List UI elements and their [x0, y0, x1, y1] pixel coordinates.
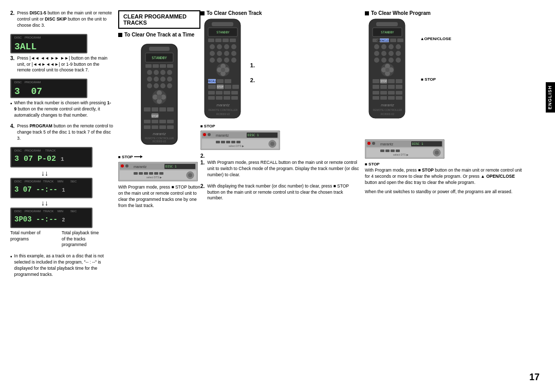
svg-rect-165 — [380, 96, 387, 100]
svg-rect-57 — [144, 172, 148, 175]
display-program-label-5: PROGRAM — [25, 210, 41, 213]
bullet-dot-2: • — [10, 254, 12, 281]
svg-point-135 — [388, 44, 394, 49]
svg-text:RC8003-V2: RC8003-V2 — [153, 140, 166, 143]
svg-rect-157 — [380, 85, 387, 89]
svg-point-51 — [125, 164, 128, 167]
bullet-1-text: When the track number is chosen with pre… — [14, 100, 113, 119]
svg-rect-35 — [167, 120, 174, 123]
svg-rect-162 — [388, 91, 395, 95]
svg-rect-69 — [230, 39, 236, 42]
svg-rect-120 — [226, 141, 230, 143]
svg-text:RC8003-V2: RC8003-V2 — [216, 113, 230, 116]
svg-point-144 — [396, 58, 401, 63]
svg-point-176 — [367, 142, 371, 145]
svg-rect-102 — [216, 96, 223, 100]
svg-text:DISC 1: DISC 1 — [248, 133, 259, 137]
step-indicator-2: 2. — [250, 77, 255, 83]
display-value-5: 3P03 --:-- 2 — [14, 215, 88, 223]
display-min-label-4: MIN — [58, 180, 63, 183]
cd-unit-svg-3: marantz DISC 1 select DTS ▶ — [365, 139, 445, 159]
page-number: 17 — [529, 372, 540, 383]
display-disc-label-3: DISC — [14, 149, 22, 152]
one-track-label: To Clear One Track at a Time — [124, 32, 194, 38]
display-3-07: DISC PROGRAM 3 07 — [10, 79, 113, 98]
display-p02: DISC PROGRAM TRACK 3 07 P-02 1 — [10, 147, 113, 167]
display-3all: DISC PROGRAM 3ALL — [10, 34, 113, 53]
svg-rect-167 — [396, 96, 402, 100]
svg-rect-28 — [159, 107, 166, 111]
svg-text:marantz: marantz — [216, 103, 230, 107]
middle-column: CLEAR PROGRAMMED TRACKS To Clear One Tra… — [118, 10, 200, 212]
svg-text:marantz: marantz — [216, 134, 229, 137]
svg-text:DISC 1: DISC 1 — [412, 142, 423, 145]
svg-rect-100 — [231, 91, 238, 95]
svg-point-74 — [210, 51, 215, 56]
chosen-track-remote: STANDBY — [200, 18, 246, 122]
svg-point-114 — [208, 133, 211, 136]
svg-point-143 — [388, 58, 394, 63]
svg-text:OPEN/CLOSE: OPEN/CLOSE — [377, 40, 392, 42]
svg-rect-58 — [149, 172, 153, 175]
svg-rect-154 — [388, 79, 395, 83]
stop-text-1: ■ STOP — [118, 155, 133, 159]
svg-rect-91 — [225, 79, 231, 83]
chosen-step-2-text: With displaying the track number (or dis… — [207, 183, 360, 202]
svg-rect-99 — [224, 91, 230, 95]
svg-point-17 — [154, 83, 159, 88]
svg-point-11 — [167, 70, 172, 75]
svg-rect-68 — [223, 39, 229, 42]
svg-text:marantz: marantz — [381, 103, 394, 107]
display-program-label-3: PROGRAM — [25, 149, 41, 152]
step-2-chosen: 2. — [200, 153, 360, 159]
step-4-text: Press PROGRAM button on the remote contr… — [17, 123, 113, 142]
svg-text:select DTS ▶: select DTS ▶ — [146, 176, 162, 179]
svg-rect-156 — [373, 85, 379, 89]
svg-point-13 — [154, 77, 159, 82]
svg-point-16 — [147, 83, 152, 88]
svg-rect-97 — [208, 91, 215, 95]
remote-svg-2: STANDBY — [200, 18, 246, 121]
arrow-indicator-1 — [133, 154, 143, 160]
display-value-2: 3 07 — [14, 86, 83, 97]
svg-rect-125 — [376, 22, 398, 26]
left-column: 2. Press DISC1-5 button on the main unit… — [10, 10, 113, 283]
svg-point-12 — [147, 77, 152, 82]
svg-rect-104 — [231, 96, 238, 100]
svg-point-117 — [270, 142, 274, 146]
display-value-3: 3 07 P-02 1 — [14, 155, 88, 163]
svg-text:marantz: marantz — [153, 132, 166, 136]
chosen-instruction-2: 2. With displaying the track number (or … — [200, 183, 360, 205]
svg-rect-151 — [373, 79, 379, 83]
stop-text-chosen-label: STOP — [204, 124, 215, 128]
svg-rect-36 — [144, 125, 151, 129]
svg-point-19 — [167, 83, 172, 88]
display-dashes: DISC PROGRAM TRACK MIN SEC 3 07 --:-- 1 — [10, 178, 113, 198]
svg-rect-32 — [144, 120, 151, 123]
svg-rect-7 — [167, 64, 173, 68]
svg-text:STANDBY: STANDBY — [152, 56, 167, 60]
english-tab: ENGLISH — [546, 82, 555, 113]
remote-svg-3: STANDBY OPEN/CLOSE — [365, 18, 410, 121]
svg-point-81 — [231, 58, 236, 63]
bullet-2-text: In this example, as a track on a disc th… — [14, 253, 113, 278]
svg-point-78 — [210, 58, 215, 63]
svg-point-138 — [381, 51, 386, 56]
svg-rect-55 — [134, 172, 138, 175]
whole-program-title: To Clear Whole Program — [365, 10, 524, 16]
black-square-1 — [118, 33, 122, 37]
svg-rect-160 — [373, 91, 379, 95]
svg-rect-59 — [154, 172, 158, 175]
svg-rect-118 — [216, 141, 220, 143]
whole-program-remote-area: STANDBY OPEN/CLOSE — [365, 18, 410, 122]
whole-program-instruction: With Program mode, press ■ STOP button o… — [365, 167, 524, 186]
svg-rect-1 — [149, 47, 170, 51]
svg-point-140 — [396, 51, 401, 56]
chosen-track-remote-area: STANDBY — [200, 18, 360, 122]
svg-rect-95 — [225, 85, 231, 89]
svg-point-79 — [217, 58, 222, 63]
svg-point-8 — [147, 70, 152, 75]
svg-rect-60 — [159, 172, 163, 175]
display-min-label-5: MIN — [58, 210, 63, 213]
arrow-down-1: ↓↓ — [41, 170, 82, 177]
